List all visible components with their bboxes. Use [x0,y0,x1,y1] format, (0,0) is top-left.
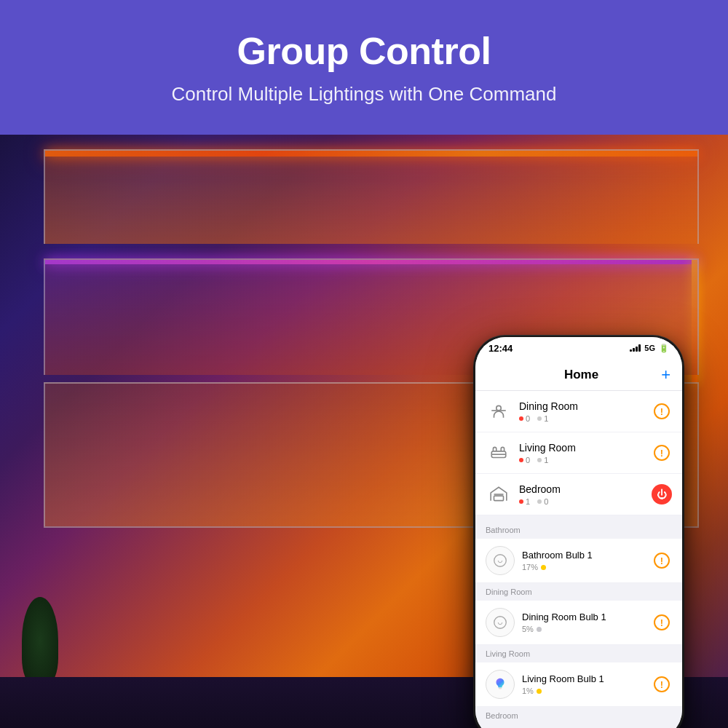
page-subtitle: Control Multiple Lightings with One Comm… [15,83,713,106]
warning-icon-3: ! [654,553,670,569]
device-item-living-bulb1[interactable]: Living Room Bulb 1 1% ! [475,662,682,707]
stat-dot-red [519,416,523,421]
status-icons: 5G 🔋 [630,344,669,353]
floor-upper [44,149,699,244]
power-icon: ⏻ [652,484,672,505]
dining-bulb-action[interactable]: ! [652,612,672,633]
page-title: Group Control [15,29,713,73]
background-scene: 12:44 5G 🔋 Home + [0,135,728,728]
network-label: 5G [644,344,655,352]
dining-stat-1: 0 [519,414,530,423]
living-stat-2: 1 [537,456,548,464]
living-status-dot [537,689,542,694]
dining-room-icon [486,398,512,424]
living-room-info: Living Room 0 1 [519,442,652,464]
living-bulb-action[interactable]: ! [652,674,672,695]
dining-bulb-icon [486,608,515,637]
stat-dot-gray [537,416,542,421]
phone: 12:44 5G 🔋 Home + [473,335,684,728]
bedroom-name: Bedroom [519,483,652,495]
page-wrapper: Group Control Control Multiple Lightings… [0,0,728,728]
bedroom-section-header: Bedroom [475,707,682,724]
living-room-name: Living Room [519,442,652,454]
stat-dot-red2 [519,458,523,462]
bedroom-stats: 1 0 [519,497,652,506]
phone-outer: 12:44 5G 🔋 Home + [473,335,684,728]
living-bulb-name: Living Room Bulb 1 [522,673,652,684]
living-room-icon [486,440,512,466]
warning-icon-5: ! [654,676,670,692]
room-item-living[interactable]: Living Room 0 1 [475,432,682,474]
dining-bulb-info: Dining Room Bulb 1 5% [522,612,652,633]
bedroom-stat-1: 1 [519,497,530,506]
dining-room-info: Dining Room 0 1 [519,400,652,423]
living-stat1-count: 0 [526,456,530,464]
status-bar: 12:44 5G 🔋 [475,337,682,359]
app-title: Home [564,368,598,382]
stat-dot-gray2 [537,458,542,462]
living-bulb-status: 1% [522,687,652,695]
dining-bulb-name: Dining Room Bulb 1 [522,612,652,622]
bathroom-section-header: Bathroom [475,521,682,539]
living-bulb-info: Living Room Bulb 1 1% [522,673,652,695]
bedroom-action[interactable]: ⏻ [652,484,672,505]
rooms-section: Dining Room 0 1 [475,391,682,515]
svg-point-4 [494,617,507,629]
dining-bulb-percent: 5% [522,625,534,633]
signal-bars-icon [630,344,641,352]
svg-point-3 [494,555,507,567]
phone-inner: 12:44 5G 🔋 Home + [475,337,682,728]
bathroom-bulb-icon [486,546,515,575]
dining-stat2-count: 1 [544,414,548,423]
bathroom-bulb-percent: 17% [522,563,538,571]
dining-bulb-status: 5% [522,625,652,633]
living-section-header: Living Room [475,645,682,662]
bathroom-status-dot [541,565,546,570]
dining-room-name: Dining Room [519,400,652,412]
bathroom-bulb-name: Bathroom Bulb 1 [522,550,652,561]
warning-icon-2: ! [654,445,670,461]
living-stat2-count: 1 [544,456,548,464]
room-item-bedroom[interactable]: Bedroom 1 0 [475,474,682,515]
room-item-dining[interactable]: Dining Room 0 1 [475,391,682,432]
header-section: Group Control Control Multiple Lightings… [0,0,728,127]
bedroom-stat2-count: 0 [544,497,548,506]
dining-status-dot [537,627,542,632]
stat-dot-gray3 [537,499,542,504]
living-bulb-percent: 1% [522,687,534,695]
dining-section-header: Dining Room [475,583,682,601]
device-item-bathroom-bulb1[interactable]: Bathroom Bulb 1 17% ! [475,539,682,583]
bedroom-icon [486,481,512,507]
dining-room-action[interactable]: ! [652,401,672,422]
warning-icon: ! [654,403,670,419]
status-time: 12:44 [488,343,513,354]
living-room-stats: 0 1 [519,456,652,464]
dining-stat1-count: 0 [526,414,530,423]
app-header: Home + [475,359,682,391]
tree-left [22,597,58,684]
bathroom-bulb-status: 17% [522,563,652,571]
living-stat-1: 0 [519,456,530,464]
bedroom-stat1-count: 1 [526,497,530,506]
svg-point-0 [496,405,502,411]
warning-icon-4: ! [654,614,670,630]
add-button[interactable]: + [661,367,670,383]
bedroom-info: Bedroom 1 0 [519,483,652,506]
bathroom-bulb-action[interactable]: ! [652,550,672,571]
bathroom-bulb-info: Bathroom Bulb 1 17% [522,550,652,571]
living-bulb-icon [486,670,515,699]
battery-icon: 🔋 [659,344,669,353]
living-room-action[interactable]: ! [652,443,672,463]
dining-stat-2: 1 [537,414,548,423]
svg-rect-2 [494,496,504,501]
stat-dot-red3 [519,499,523,504]
device-item-dining-bulb1[interactable]: Dining Room Bulb 1 5% ! [475,601,682,645]
bedroom-stat-2: 0 [537,497,548,506]
dining-room-stats: 0 1 [519,414,652,423]
